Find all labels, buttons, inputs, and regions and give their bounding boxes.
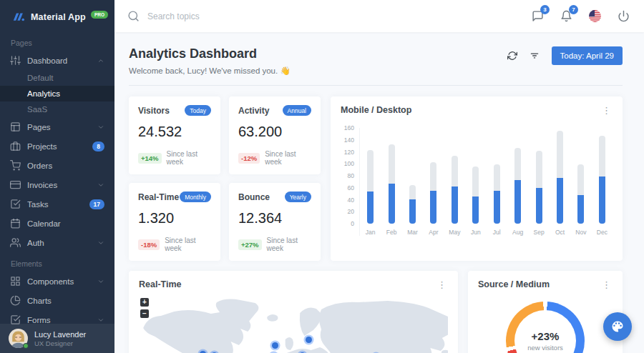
more-menu-icon[interactable]: ⋮ (600, 106, 613, 115)
sidebar-subitem-saas[interactable]: SaaS (0, 101, 114, 117)
stat-title: Real-Time (138, 192, 179, 202)
sidebar-item-label: Orders (27, 161, 52, 170)
bar-column-oct (550, 131, 570, 224)
pro-badge: PRO (91, 11, 108, 19)
more-menu-icon[interactable]: ⋮ (600, 280, 613, 289)
stacked-bar (599, 136, 605, 224)
bar-column-sep (528, 151, 549, 224)
realtime-map-card: Real-Time ⋮ + − (129, 271, 458, 353)
header-divider (129, 85, 623, 86)
map-visitor-marker (272, 342, 278, 349)
mobile-desktop-card: Mobile / Desktop ⋮ 020406080100120140160… (331, 96, 623, 261)
stat-card-bounce: BounceYearly12.364+27%Since last week (229, 183, 321, 261)
brand[interactable]: Material App PRO (0, 0, 114, 31)
sidebar-item-dashboard[interactable]: Dashboard (0, 51, 114, 70)
sidebar-item-calendar[interactable]: Calendar (0, 214, 114, 233)
stat-title: Bounce (238, 192, 270, 202)
us-flag-icon[interactable] (589, 10, 601, 22)
map-zoom-out-button[interactable]: − (140, 309, 149, 318)
stacked-bar (494, 164, 500, 224)
sidebar-user[interactable]: Lucy Lavender UX Designer (0, 324, 114, 353)
mobile-bar-segment (452, 187, 458, 224)
page-title: Analytics Dashboard (129, 46, 291, 61)
stat-delta-chip: -18% (138, 239, 160, 250)
sidebar-item-orders[interactable]: Orders (0, 156, 114, 175)
sidebar-item-projects[interactable]: Projects8 (0, 136, 114, 156)
stat-delta-chip: +27% (238, 239, 262, 250)
shopping-cart-icon (10, 160, 21, 171)
world-map-graphic (139, 297, 448, 353)
stacked-bar (409, 185, 416, 224)
stat-footer: +27%Since last week (238, 237, 311, 252)
stat-period-badge: Monthly (180, 192, 211, 202)
sidebar-subitem-analytics[interactable]: Analytics (0, 86, 114, 101)
sign-out-button[interactable] (618, 10, 630, 22)
calendar-icon (10, 218, 21, 229)
sidebar-item-auth[interactable]: Auth (0, 233, 114, 252)
filter-icon (530, 51, 540, 61)
mobile-bar-segment (367, 192, 374, 224)
credit-card-icon (10, 179, 21, 190)
briefcase-icon (10, 141, 21, 151)
notifications-badge: 7 (569, 5, 578, 14)
sidebar-item-label: Tasks (27, 200, 48, 209)
donut-center-value: +23% (532, 330, 560, 342)
date-button[interactable]: Today: April 29 (552, 46, 623, 65)
filter-button[interactable] (530, 51, 540, 61)
messages-button[interactable]: 3 (532, 10, 544, 22)
chevron-down-icon (97, 278, 104, 285)
y-tick-label: 80 (348, 172, 354, 179)
stat-card-header: BounceYearly (238, 192, 311, 202)
map-zoom-in-button[interactable]: + (140, 298, 149, 307)
refresh-button[interactable] (507, 51, 517, 61)
x-tick-label: Oct (550, 229, 570, 236)
palette-icon (610, 319, 625, 334)
y-tick-label: 140 (344, 136, 354, 144)
stat-period-badge: Annual (283, 105, 311, 116)
mobile-bar-segment (577, 195, 584, 224)
sidebar-item-pages[interactable]: Pages (0, 117, 114, 136)
stat-card-header: VisitorsToday (138, 105, 211, 116)
sidebar-item-charts[interactable]: Charts (0, 291, 114, 310)
user-name: Lucy Lavender (34, 329, 86, 339)
stat-card-real-time: Real-TimeMonthly1.320-18%Since last week (129, 183, 220, 261)
sidebar-item-components[interactable]: Components (0, 272, 114, 291)
stat-card-visitors: VisitorsToday24.532+14%Since last week (129, 96, 220, 174)
search-input[interactable] (147, 11, 312, 21)
bar-chart-x-axis: JanFebMarAprMayJunJulAugSepOctNovDec (360, 229, 613, 236)
x-tick-label: Jan (360, 229, 381, 236)
nav-section-label: Elements (0, 252, 114, 272)
x-tick-label: May (444, 229, 465, 236)
mobile-bar-segment (599, 176, 605, 224)
stat-footer: -12%Since last week (238, 150, 311, 166)
bar-column-jul (487, 164, 507, 224)
chevron-down-icon (97, 239, 104, 247)
sidebar-item-invoices[interactable]: Invoices (0, 175, 114, 194)
stat-value: 63.200 (238, 124, 311, 140)
sidebar-subitem-default[interactable]: Default (0, 70, 114, 86)
mobile-bar-segment (472, 197, 479, 224)
theme-settings-fab[interactable] (603, 312, 632, 341)
bar-column-may (444, 156, 465, 224)
x-tick-label: Jun (465, 229, 486, 236)
stacked-bar (367, 150, 374, 224)
stacked-bar (577, 164, 584, 224)
stat-title: Activity (238, 106, 269, 116)
stat-caption: Since last week (267, 237, 311, 252)
more-menu-icon[interactable]: ⋮ (436, 280, 448, 289)
x-tick-label: Apr (423, 229, 444, 236)
stat-card-header: ActivityAnnual (238, 105, 311, 116)
sidebar-nav: PagesDashboardDefaultAnalyticsSaaSPagesP… (0, 31, 114, 353)
mobile-bar-segment (389, 184, 395, 224)
stat-footer: +14%Since last week (138, 150, 211, 166)
search-icon (127, 10, 140, 22)
sidebar-item-tasks[interactable]: Tasks17 (0, 194, 114, 214)
donut-chart: +23% new visitors (506, 302, 585, 353)
notifications-button[interactable]: 7 (560, 10, 572, 22)
stat-delta-chip: +14% (138, 153, 162, 164)
sidebar-item-label: Projects (27, 142, 57, 151)
x-tick-label: Nov (570, 229, 591, 236)
x-tick-label: Mar (402, 229, 423, 236)
stat-value: 24.532 (138, 124, 211, 140)
chevron-down-icon (97, 182, 104, 189)
